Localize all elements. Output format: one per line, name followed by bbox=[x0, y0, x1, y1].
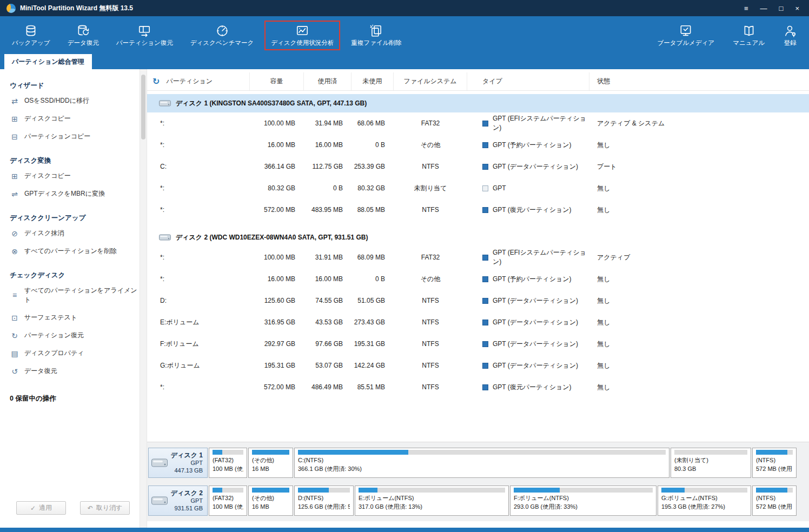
maximize-icon[interactable]: □ bbox=[779, 5, 784, 12]
diskmap-partition-block[interactable]: C:(NTFS)366.1 GB (使用済: 30%) bbox=[294, 448, 669, 478]
disk-copy-icon: ⊞ bbox=[10, 172, 19, 181]
scrollbar-thumb[interactable] bbox=[141, 75, 145, 139]
diskmap-partition-block[interactable]: (NTFS)572 MB (使用 bbox=[752, 486, 797, 516]
toolbar-button-space-analyzer[interactable]: ディスク使用状況分析 bbox=[264, 21, 340, 50]
sidebar-item[interactable]: ⊞ディスクコピー bbox=[10, 167, 140, 185]
partition-row[interactable]: *:572.00 MB483.95 MB88.05 MBNTFSGPT (復元パ… bbox=[147, 199, 809, 221]
partition-row[interactable]: C:366.14 GB112.75 GB253.39 GBNTFSGPT (デー… bbox=[147, 156, 809, 177]
sidebar-item[interactable]: ↺データ復元 bbox=[10, 362, 140, 380]
sidebar-item[interactable]: ⊡サーフェステスト bbox=[10, 309, 140, 327]
sidebar-item[interactable]: ⇄OSをSSD/HDDに移行 bbox=[10, 92, 140, 110]
tab-bar: パーティション総合管理 bbox=[0, 54, 809, 69]
undo-button[interactable]: ↶ 取り消す bbox=[80, 501, 130, 515]
sidebar-item[interactable]: ⊗すべてのパーティションを削除 bbox=[10, 242, 140, 260]
app-window: MiniTool Partition Wizard 無料版 13.5 ≡ — □… bbox=[0, 0, 809, 532]
diskmap-partition-block[interactable]: (NTFS)572 MB (使用 bbox=[752, 448, 797, 478]
toolbar-button-data-recovery[interactable]: データ復元 bbox=[61, 21, 105, 50]
minimize-icon[interactable]: — bbox=[760, 5, 767, 12]
diskmap-partition-block[interactable]: (FAT32)100 MB (使用 bbox=[209, 448, 247, 478]
sidebar-scrollbar[interactable] bbox=[140, 69, 147, 528]
block-label: (NTFS) bbox=[756, 494, 793, 503]
close-icon[interactable]: × bbox=[795, 5, 799, 12]
diskmap-partition-block[interactable]: (未割り当て)80.3 GB bbox=[671, 448, 751, 478]
block-label: (その他) bbox=[252, 494, 289, 503]
partition-row[interactable]: D:125.60 GB74.55 GB51.05 GBNTFSGPT (データパ… bbox=[147, 290, 809, 311]
partition-row[interactable]: *:100.00 MB31.91 MB68.09 MBFAT32GPT (EFI… bbox=[147, 247, 809, 268]
sidebar-item[interactable]: ⊟パーティションコピー bbox=[10, 128, 140, 145]
diskmap-partition-block[interactable]: F:ボリューム(NTFS)293.0 GB (使用済: 33%) bbox=[510, 486, 657, 516]
cell-capacity: 292.97 GB bbox=[250, 340, 304, 348]
cell-unused: 85.51 MB bbox=[352, 383, 394, 391]
menu-icon[interactable]: ≡ bbox=[744, 5, 748, 12]
data-recovery-icon bbox=[76, 24, 90, 38]
disk-properties-icon: ▤ bbox=[10, 349, 19, 358]
toolbar-button-manual[interactable]: マニュアル bbox=[726, 21, 771, 50]
block-size: 293.0 GB (使用済: 33%) bbox=[514, 503, 653, 511]
cell-filesystem: FAT32 bbox=[394, 254, 467, 261]
disk-header-row[interactable]: ディスク 2 (WDC WD10EZEX-08WN4A0 SATA, GPT, … bbox=[147, 228, 809, 247]
sidebar-action-buttons: ✓ 適用 ↶ 取り消す bbox=[10, 501, 140, 528]
cell-capacity: 100.00 MB bbox=[250, 254, 304, 261]
apply-button[interactable]: ✓ 適用 bbox=[16, 501, 66, 515]
partition-row[interactable]: *:100.00 MB31.94 MB68.06 MBFAT32GPT (EFI… bbox=[147, 112, 809, 134]
cell-partition: *: bbox=[147, 119, 250, 127]
diskmap-partition-block[interactable]: (FAT32)100 MB (使用 bbox=[209, 486, 247, 516]
partition-row[interactable]: G:ボリューム195.31 GB53.07 GB142.24 GBNTFSGPT… bbox=[147, 355, 809, 376]
toolbar-button-bootable-media[interactable]: ブータブルメディア bbox=[651, 21, 721, 50]
diskmap-partition-block[interactable]: (その他)16 MB bbox=[248, 486, 293, 516]
sidebar-item[interactable]: ⊞ディスクコピー bbox=[10, 110, 140, 128]
partition-row[interactable]: *:572.00 MB486.49 MB85.51 MBNTFSGPT (復元パ… bbox=[147, 376, 809, 398]
toolbar-button-register[interactable]: 登録 bbox=[777, 21, 804, 50]
sidebar-item[interactable]: ↻パーティション復元 bbox=[10, 327, 140, 344]
pending-operations-label: 0 保留中の操作 bbox=[10, 394, 140, 403]
partition-type-square-icon bbox=[482, 276, 488, 282]
diskmap-row: ディスク 2GPT931.51 GB(FAT32)100 MB (使用(その他)… bbox=[148, 486, 806, 516]
sidebar-item[interactable]: ≡すべてのパーティションをアライメント bbox=[10, 282, 140, 309]
diskmap-disk-label[interactable]: ディスク 1GPT447.13 GB bbox=[148, 448, 208, 478]
sidebar-section-title: ディスククリーンアップ bbox=[10, 214, 140, 223]
partition-row[interactable]: F:ボリューム292.97 GB97.66 GB195.31 GBNTFSGPT… bbox=[147, 333, 809, 355]
cell-type: GPT (EFIシステムパーティション) bbox=[467, 248, 589, 267]
partition-copy-icon: ⊟ bbox=[10, 132, 19, 141]
diskmap-partition-block[interactable]: E:ボリューム(NTFS)317.0 GB (使用済: 13%) bbox=[355, 486, 509, 516]
cell-partition: *: bbox=[147, 275, 250, 283]
cell-unused: 88.05 MB bbox=[352, 206, 394, 214]
diskmap-partition-block[interactable]: G:ボリューム(NTFS)195.3 GB (使用済: 27%) bbox=[658, 486, 751, 516]
tab-partition-management[interactable]: パーティション総合管理 bbox=[4, 54, 92, 69]
sidebar-item[interactable]: ⇌GPTディスクをMBRに変換 bbox=[10, 185, 140, 203]
disk-group: ディスク 1 (KINGSTON SA400S37480G SATA, GPT,… bbox=[147, 94, 809, 221]
partition-row[interactable]: *:80.32 GB0 B80.32 GB未割り当てGPT無し bbox=[147, 177, 809, 199]
sidebar-item[interactable]: ▤ディスクプロパティ bbox=[10, 344, 140, 362]
cell-capacity: 100.00 MB bbox=[250, 119, 304, 127]
diskmap-disk-label[interactable]: ディスク 2GPT931.51 GB bbox=[148, 486, 208, 516]
sidebar-item-label: すべてのパーティションをアライメント bbox=[24, 286, 140, 304]
partition-row[interactable]: *:16.00 MB16.00 MB0 Bその他GPT (予約パーティション)無… bbox=[147, 134, 809, 156]
toolbar-button-partition-recovery[interactable]: パーティション復元 bbox=[110, 21, 180, 50]
partition-row[interactable]: *:16.00 MB16.00 MB0 Bその他GPT (予約パーティション)無… bbox=[147, 268, 809, 290]
cell-status: 無し bbox=[589, 340, 809, 349]
usage-bar bbox=[298, 450, 666, 455]
usage-bar-fill bbox=[213, 488, 222, 493]
partition-type-label: GPT bbox=[493, 184, 506, 192]
partition-type-label: GPT (データパーティション) bbox=[493, 318, 578, 327]
toolbar-button-duplicate-remover[interactable]: 重複ファイル削除 bbox=[344, 21, 408, 50]
block-size: 100 MB (使用 bbox=[213, 465, 243, 474]
block-label: (FAT32) bbox=[213, 494, 243, 503]
sidebar-item[interactable]: ⊘ディスク抹消 bbox=[10, 224, 140, 242]
cell-unused: 80.32 GB bbox=[352, 184, 394, 192]
refresh-icon[interactable]: ↻ bbox=[152, 77, 160, 86]
cell-type: GPT (データパーティション) bbox=[467, 361, 589, 370]
diskmap-partition-block[interactable]: D:(NTFS)125.6 GB (使用済: 5 bbox=[294, 486, 354, 516]
toolbar-button-disk-benchmark[interactable]: ディスクベンチマーク bbox=[184, 21, 260, 50]
cell-filesystem: NTFS bbox=[394, 340, 467, 348]
disk-header-row[interactable]: ディスク 1 (KINGSTON SA400S37480G SATA, GPT,… bbox=[147, 94, 809, 112]
block-size: 572 MB (使用 bbox=[756, 503, 793, 511]
partition-row[interactable]: E:ボリューム316.95 GB43.53 GB273.43 GBNTFSGPT… bbox=[147, 311, 809, 333]
block-size: 195.3 GB (使用済: 27%) bbox=[661, 503, 747, 511]
partition-table-panel: ↻パーティション容量使用済未使用ファイルシステムタイプ状態 ディスク 1 (KI… bbox=[147, 69, 809, 528]
cell-status: アクティブ bbox=[589, 253, 809, 262]
sidebar-item-label: パーティションコピー bbox=[24, 132, 90, 141]
diskmap-partition-block[interactable]: (その他)16 MB bbox=[248, 448, 293, 478]
toolbar-button-backup[interactable]: バックアップ bbox=[5, 21, 57, 50]
partition-type-square-icon bbox=[482, 363, 488, 369]
